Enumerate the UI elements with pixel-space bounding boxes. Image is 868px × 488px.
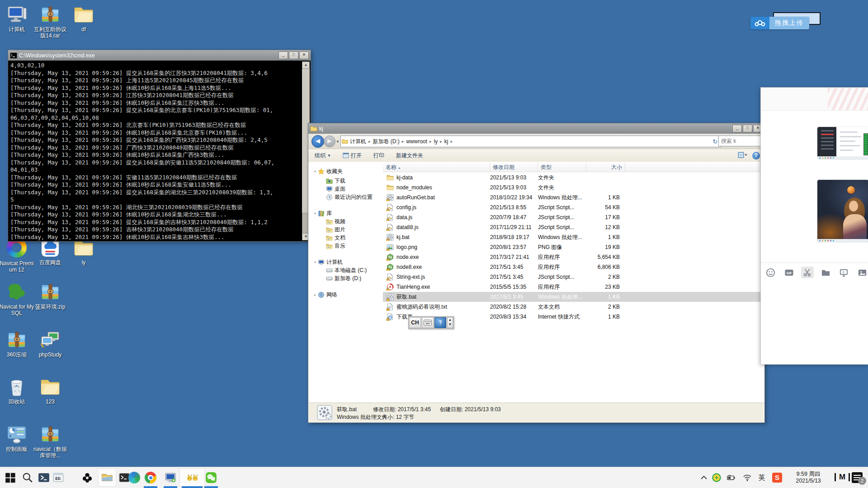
edge-browser[interactable] (127, 470, 141, 485)
sent-image-dashboard[interactable] (817, 127, 868, 160)
breadcrumb-segment[interactable]: wwwroot (404, 138, 429, 145)
column-header[interactable]: 类型 (538, 163, 586, 172)
ime-lang-button[interactable]: CH (409, 317, 421, 328)
minimize-button[interactable]: _ (278, 52, 288, 59)
column-header[interactable]: 名称 ▲ (383, 163, 490, 172)
sidebar-item[interactable]: 视频 (309, 217, 345, 225)
file-explorer[interactable] (100, 470, 114, 485)
sidebar-item[interactable]: 本地磁盘 (C:) (309, 266, 367, 274)
sidebar-item[interactable]: ▾库 (309, 209, 332, 217)
file-row[interactable]: kj-data2021/5/13 9:03文件夹 (383, 173, 764, 183)
pikachu-app[interactable] (182, 470, 203, 485)
file-row[interactable]: data88.js2017/11/29 21:11JScript Script.… (383, 222, 764, 232)
close-button[interactable]: ✕ (299, 52, 309, 59)
sidebar-item[interactable]: 音乐 (309, 242, 345, 250)
file-row[interactable]: 获取.bat2017/5/1 3:45Windows 批处理...1 KB (383, 292, 764, 302)
desktop-icon[interactable]: 菠菜环境.zip (33, 281, 68, 310)
organize-button[interactable]: 组织▼ (315, 152, 331, 160)
image-button[interactable] (856, 267, 868, 278)
sidebar-item[interactable]: ▸网络 (309, 291, 337, 299)
ime-help-icon[interactable]: ? (434, 317, 446, 328)
file-row[interactable]: node8.exe2017/5/1 3:45应用程序6,806 KB (383, 262, 764, 272)
desktop-icon[interactable]: 计算机 (0, 4, 34, 33)
breadcrumb-segment[interactable]: 计算机 (348, 138, 368, 145)
search-input[interactable]: 搜索 k (718, 136, 761, 146)
file-row[interactable]: node_modules2021/5/13 9:03文件夹 (383, 183, 764, 192)
maximize-button[interactable]: □ (743, 125, 752, 132)
help-icon[interactable]: ? (752, 152, 760, 160)
tray-360-safety-icon[interactable] (711, 471, 722, 484)
back-button[interactable]: ◀ (311, 135, 324, 148)
cmd-titlebar[interactable]: C:\Windows\system32\cmd.exe _ □ ✕ (8, 50, 311, 61)
file-row[interactable]: 蜜桃源码必看说明.txt2020/8/2 15:28文本文档2 KB (383, 302, 764, 312)
expand-arrow-icon[interactable]: ▸ (312, 293, 318, 297)
sidebar-item[interactable]: 图片 (309, 225, 345, 234)
views-button[interactable] (738, 151, 748, 160)
tray-sogou-icon[interactable]: S (772, 473, 782, 483)
screen-share-button[interactable] (838, 267, 850, 278)
breadcrumb-segment[interactable]: 新加卷 (D:) (371, 138, 401, 145)
sidebar-item[interactable]: ▾计算机 (309, 258, 343, 266)
tray-battery-icon[interactable] (725, 471, 737, 484)
sent-image-photo[interactable] (817, 180, 868, 242)
chrome-browser[interactable] (144, 470, 157, 485)
sidebar-item[interactable]: 文档 (309, 234, 345, 242)
drag-upload-widget[interactable]: 拖拽上传 (750, 17, 809, 29)
forward-button[interactable]: ▶ (324, 136, 335, 147)
file-row[interactable]: data.js2020/7/9 18:47JScript Script...17… (383, 212, 764, 222)
screenshot-button[interactable] (801, 267, 814, 278)
tray-clock[interactable]: 9:59 周四2021/5/13 (785, 471, 832, 484)
ime-keyboard-icon[interactable] (422, 317, 434, 328)
file-row[interactable]: autoRunGet.bat2018/10/22 19:34Windows 批处… (383, 192, 764, 202)
sidebar-item[interactable]: ▾收藏夹 (309, 167, 343, 175)
tray-ime-indicator[interactable]: 英 (756, 471, 768, 484)
desktop-icon[interactable]: phpStudy (33, 329, 68, 358)
column-header[interactable]: 大小 (586, 163, 625, 172)
explorer-titlebar[interactable]: kj _ □ ✕ (308, 123, 764, 134)
file-row[interactable]: kj.bat2018/9/18 19:17Windows 批处理...1 KB (383, 232, 764, 242)
desktop-icon[interactable]: Navicat for MySQL (0, 281, 34, 316)
remote-viewer-app[interactable] (164, 470, 177, 485)
print-button[interactable]: 打印 (373, 152, 384, 160)
file-row[interactable]: node.exe2017/3/17 21:41应用程序5,654 KB (383, 252, 764, 262)
desktop-icon[interactable]: 123 (33, 376, 68, 405)
tray-wifi-icon[interactable] (741, 471, 753, 484)
emoji-button[interactable] (764, 267, 777, 278)
flower-app[interactable] (80, 470, 94, 485)
breadcrumb-segment[interactable]: kj (443, 138, 450, 145)
start-button[interactable] (4, 470, 17, 485)
file-row[interactable]: String-ext.js2017/5/1 3:45JScript Script… (383, 272, 764, 282)
breadcrumb-segment[interactable]: ly (432, 138, 440, 145)
file-folder-button[interactable] (820, 267, 832, 278)
expand-arrow-icon[interactable]: ▾ (312, 211, 318, 216)
desktop-icon[interactable]: df (66, 4, 101, 33)
desktop-icon[interactable]: navicat（数据库管理... (33, 423, 68, 459)
search-button[interactable] (21, 470, 34, 485)
scroll-up-icon[interactable]: ▲ (302, 61, 310, 69)
file-row[interactable]: logo.png2020/8/1 23:57PNG 图像19 KB (383, 242, 764, 252)
sidebar-item[interactable]: 新加卷 (D:) (309, 274, 361, 282)
ime-options-icon[interactable]: ▴▾ (447, 317, 453, 328)
maximize-button[interactable]: □ (289, 52, 298, 59)
open-button[interactable]: 打开 (343, 152, 362, 160)
desktop-icon[interactable]: 控制面板 (0, 423, 34, 452)
file-row[interactable]: TianHeng.exe2015/5/5 15:35应用程序23 KB (383, 282, 764, 292)
expand-arrow-icon[interactable]: ▾ (312, 260, 318, 264)
notification-center-icon[interactable]: 2 (852, 472, 863, 483)
new-folder-button[interactable]: 新建文件夹 (396, 152, 423, 160)
sidebar-item[interactable]: 最近访问的位置 (309, 193, 373, 201)
sidebar-item[interactable]: 下载 (309, 177, 345, 185)
breadcrumb-separator-icon[interactable]: ▸ (450, 139, 453, 144)
wechat-app[interactable] (204, 470, 218, 485)
tray-chevron-up-icon[interactable] (698, 471, 710, 484)
column-header[interactable]: 修改日期 (490, 163, 538, 172)
desktop-icon[interactable]: 回收站 (0, 376, 34, 405)
file-row[interactable]: config.js2021/5/13 8:55JScript Script...… (383, 202, 764, 212)
gif-button[interactable]: GIF (783, 267, 796, 278)
expand-arrow-icon[interactable]: ▾ (312, 169, 318, 174)
breadcrumb[interactable]: 计算机▸新加卷 (D:)▸wwwroot▸ly▸kj▸ ↻ (340, 136, 721, 147)
desktop-icon[interactable]: Navicat Premium 12 (0, 237, 34, 273)
sidebar-item[interactable]: 桌面 (309, 185, 345, 193)
window-app[interactable] (52, 470, 65, 485)
history-dropdown-icon[interactable]: ▼ (336, 140, 340, 144)
